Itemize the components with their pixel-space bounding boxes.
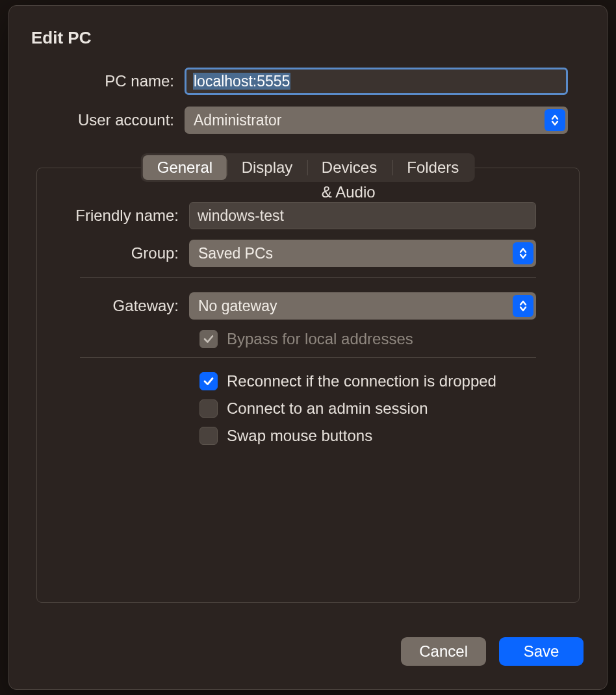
user-account-select[interactable]: Administrator bbox=[185, 107, 568, 134]
tab-devices-audio[interactable]: Devices & Audio bbox=[307, 155, 392, 180]
admin-session-row: Connect to an admin session bbox=[199, 399, 579, 418]
save-button[interactable]: Save bbox=[499, 637, 584, 666]
pc-name-input[interactable]: localhost:5555 bbox=[185, 68, 568, 95]
swap-mouse-row: Swap mouse buttons bbox=[199, 427, 579, 445]
group-select[interactable]: Saved PCs bbox=[189, 240, 536, 267]
gateway-label: Gateway: bbox=[37, 297, 189, 315]
pc-name-label: PC name: bbox=[9, 72, 185, 90]
tab-general[interactable]: General bbox=[143, 155, 227, 180]
tab-panel: General Display Devices & Audio Folders … bbox=[36, 168, 580, 637]
select-stepper-icon bbox=[513, 295, 533, 317]
friendly-name-input[interactable]: windows-test bbox=[189, 202, 536, 229]
tab-folders[interactable]: Folders bbox=[392, 155, 473, 180]
admin-session-label: Connect to an admin session bbox=[227, 399, 428, 418]
gateway-select[interactable]: No gateway bbox=[189, 292, 536, 320]
dialog-footer: Cancel Save bbox=[9, 637, 607, 689]
swap-mouse-checkbox[interactable] bbox=[199, 427, 218, 445]
group-label: Group: bbox=[37, 244, 189, 262]
admin-session-checkbox[interactable] bbox=[199, 399, 218, 418]
pc-name-value: localhost:5555 bbox=[193, 73, 290, 90]
swap-mouse-label: Swap mouse buttons bbox=[227, 427, 372, 445]
user-account-label: User account: bbox=[9, 111, 185, 129]
reconnect-label: Reconnect if the connection is dropped bbox=[227, 372, 496, 390]
reconnect-row: Reconnect if the connection is dropped bbox=[199, 372, 579, 390]
top-fields: PC name: localhost:5555 User account: Ad… bbox=[9, 48, 607, 145]
group-value: Saved PCs bbox=[198, 245, 273, 262]
edit-pc-dialog: Edit PC PC name: localhost:5555 User acc… bbox=[8, 5, 608, 690]
bypass-local-checkbox bbox=[199, 330, 218, 348]
tab-display[interactable]: Display bbox=[227, 155, 307, 180]
friendly-name-value: windows-test bbox=[198, 207, 284, 224]
general-panel: Friendly name: windows-test Group: Saved… bbox=[36, 168, 580, 603]
user-account-value: Administrator bbox=[194, 112, 281, 129]
bypass-local-label: Bypass for local addresses bbox=[227, 330, 413, 348]
dialog-title: Edit PC bbox=[9, 6, 607, 48]
divider bbox=[80, 357, 536, 358]
select-stepper-icon bbox=[513, 242, 533, 264]
gateway-value: No gateway bbox=[198, 297, 277, 314]
bypass-local-row: Bypass for local addresses bbox=[199, 330, 579, 348]
select-stepper-icon bbox=[545, 109, 565, 131]
cancel-button[interactable]: Cancel bbox=[401, 637, 486, 666]
friendly-name-label: Friendly name: bbox=[37, 207, 189, 225]
reconnect-checkbox[interactable] bbox=[199, 372, 218, 390]
divider bbox=[80, 277, 536, 278]
tab-bar: General Display Devices & Audio Folders bbox=[141, 153, 475, 182]
